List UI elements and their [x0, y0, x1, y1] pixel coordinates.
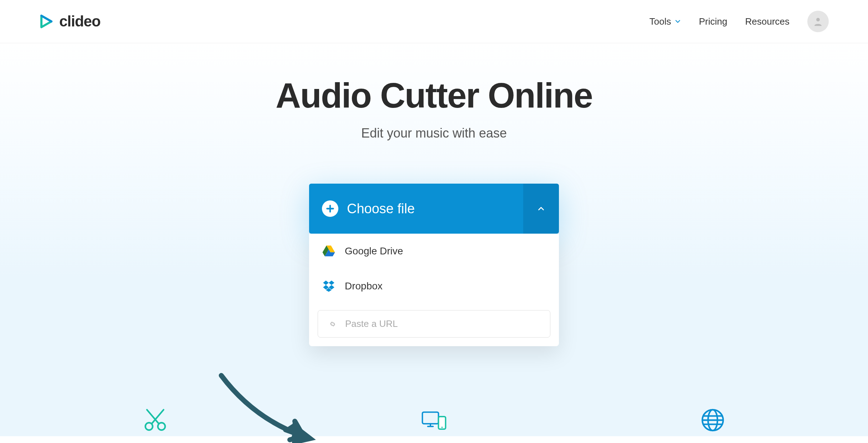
nav: Tools Pricing Resources — [650, 11, 829, 32]
nav-resources-label: Resources — [745, 16, 789, 27]
chevron-up-icon — [536, 204, 546, 213]
upload-dropdown: Google Drive Dropbox — [309, 234, 559, 346]
main: Audio Cutter Online Edit your music with… — [0, 43, 868, 436]
svg-rect-4 — [423, 412, 439, 424]
page-title: Audio Cutter Online — [0, 75, 868, 116]
choose-file-button: Choose file — [309, 184, 559, 234]
header: clideo Tools Pricing Resources — [0, 0, 868, 43]
avatar[interactable] — [807, 11, 829, 32]
plus-icon — [322, 200, 338, 217]
choose-file-label: Choose file — [347, 201, 415, 216]
upload-panel: Choose file Google Drive Dropbox — [309, 184, 559, 346]
logo-text: clideo — [59, 13, 100, 30]
scissors-icon — [143, 408, 168, 433]
svg-point-0 — [816, 18, 820, 21]
url-field[interactable] — [318, 310, 550, 338]
option-dropbox[interactable]: Dropbox — [309, 269, 559, 304]
option-google-drive[interactable]: Google Drive — [309, 234, 559, 269]
nav-pricing[interactable]: Pricing — [699, 16, 727, 27]
option-dropbox-label: Dropbox — [345, 280, 383, 292]
globe-icon — [700, 408, 725, 433]
url-input[interactable] — [345, 318, 541, 329]
choose-file-main[interactable]: Choose file — [309, 184, 523, 234]
nav-tools[interactable]: Tools — [650, 16, 681, 27]
feature-icons — [0, 408, 868, 433]
svg-point-6 — [441, 427, 443, 428]
nav-pricing-label: Pricing — [699, 16, 727, 27]
google-drive-icon — [322, 244, 335, 258]
link-icon — [327, 319, 338, 329]
option-google-drive-label: Google Drive — [345, 245, 403, 257]
nav-tools-label: Tools — [650, 16, 671, 27]
play-logo-icon — [39, 14, 54, 29]
chevron-down-icon — [675, 18, 681, 25]
dropbox-icon — [322, 279, 335, 293]
devices-icon — [422, 408, 446, 433]
logo[interactable]: clideo — [39, 13, 100, 30]
user-icon — [813, 16, 823, 27]
url-row — [309, 304, 559, 346]
choose-file-toggle[interactable] — [523, 184, 559, 234]
page-subtitle: Edit your music with ease — [0, 126, 868, 141]
nav-resources[interactable]: Resources — [745, 16, 789, 27]
